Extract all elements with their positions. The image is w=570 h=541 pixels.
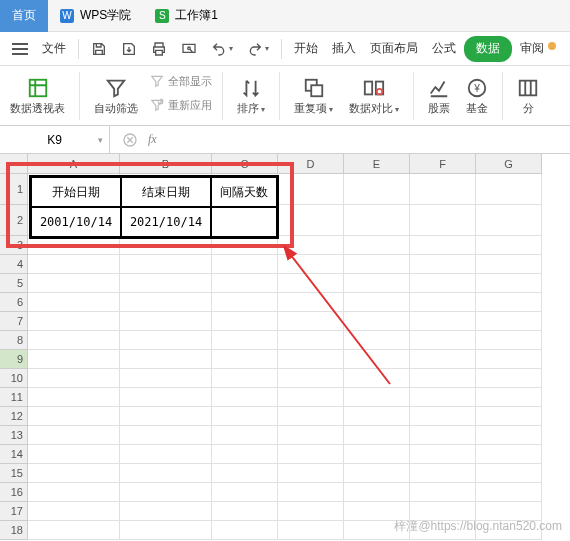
- cell[interactable]: [278, 426, 344, 445]
- ribbon-dedupe[interactable]: 重复项▾: [290, 70, 337, 122]
- cell[interactable]: [278, 274, 344, 293]
- cell[interactable]: [278, 521, 344, 540]
- cell[interactable]: [28, 483, 120, 502]
- tab-wps-academy[interactable]: W WPS学院: [48, 0, 143, 32]
- cell[interactable]: [212, 464, 278, 483]
- cell[interactable]: [410, 274, 476, 293]
- cell[interactable]: [212, 293, 278, 312]
- cell[interactable]: [410, 293, 476, 312]
- col-header-a[interactable]: A: [28, 154, 120, 174]
- cell[interactable]: [476, 369, 542, 388]
- cell[interactable]: [28, 407, 120, 426]
- row-header-15[interactable]: 15: [0, 464, 28, 483]
- ribbon-compare[interactable]: 数据对比▾: [345, 70, 403, 122]
- cell[interactable]: [278, 388, 344, 407]
- cell[interactable]: [28, 236, 120, 255]
- cell[interactable]: [410, 464, 476, 483]
- cell[interactable]: [410, 350, 476, 369]
- row-header-3[interactable]: 3: [0, 236, 28, 255]
- cell[interactable]: [344, 312, 410, 331]
- row-header-12[interactable]: 12: [0, 407, 28, 426]
- ribbon-split[interactable]: 分: [513, 70, 543, 122]
- row-header-4[interactable]: 4: [0, 255, 28, 274]
- cell[interactable]: [120, 483, 212, 502]
- cell[interactable]: [344, 205, 410, 236]
- cell[interactable]: [278, 205, 344, 236]
- cell[interactable]: [476, 388, 542, 407]
- cell[interactable]: [410, 407, 476, 426]
- menu-page-layout[interactable]: 页面布局: [364, 36, 424, 62]
- col-header-c[interactable]: C: [212, 154, 278, 174]
- menu-data[interactable]: 数据: [464, 36, 512, 62]
- cell[interactable]: [120, 407, 212, 426]
- cell[interactable]: [28, 274, 120, 293]
- cell[interactable]: [120, 502, 212, 521]
- cell[interactable]: [120, 236, 212, 255]
- ribbon-autofilter[interactable]: 自动筛选: [90, 70, 142, 122]
- cell[interactable]: [476, 407, 542, 426]
- cell-grid[interactable]: A B C D E F G 12345678910111213141516171…: [0, 154, 570, 540]
- tab-home[interactable]: 首页: [0, 0, 48, 32]
- cell[interactable]: [278, 483, 344, 502]
- cell[interactable]: [28, 255, 120, 274]
- cell[interactable]: [278, 174, 344, 205]
- cell[interactable]: [344, 445, 410, 464]
- menu-start[interactable]: 开始: [288, 36, 324, 62]
- col-header-e[interactable]: E: [344, 154, 410, 174]
- cell[interactable]: [212, 350, 278, 369]
- cell[interactable]: [344, 483, 410, 502]
- cell[interactable]: [344, 464, 410, 483]
- tab-workbook1[interactable]: S 工作簿1: [143, 0, 230, 32]
- cell[interactable]: [344, 369, 410, 388]
- cell[interactable]: [476, 426, 542, 445]
- cell[interactable]: [120, 445, 212, 464]
- cell[interactable]: [28, 331, 120, 350]
- cell[interactable]: [476, 331, 542, 350]
- cell[interactable]: [344, 293, 410, 312]
- cell[interactable]: [120, 388, 212, 407]
- cell[interactable]: [410, 255, 476, 274]
- cell[interactable]: [212, 407, 278, 426]
- print-button[interactable]: [145, 36, 173, 62]
- cell[interactable]: [410, 388, 476, 407]
- ribbon-pivot-table[interactable]: 数据透视表: [6, 70, 69, 122]
- cell[interactable]: [476, 464, 542, 483]
- row-header-1[interactable]: 1: [0, 174, 28, 205]
- undo-button[interactable]: ▾: [205, 36, 239, 62]
- cell[interactable]: [278, 350, 344, 369]
- cell[interactable]: [278, 369, 344, 388]
- cell[interactable]: [476, 236, 542, 255]
- cell[interactable]: [476, 312, 542, 331]
- cell[interactable]: [410, 426, 476, 445]
- row-header-14[interactable]: 14: [0, 445, 28, 464]
- cell[interactable]: [410, 205, 476, 236]
- cell[interactable]: [476, 174, 542, 205]
- cell[interactable]: [278, 293, 344, 312]
- cell[interactable]: [120, 174, 212, 205]
- cell[interactable]: [28, 369, 120, 388]
- cell[interactable]: [476, 274, 542, 293]
- name-box-input[interactable]: [20, 133, 90, 147]
- cell[interactable]: [28, 174, 120, 205]
- menu-review[interactable]: 审阅: [514, 36, 550, 62]
- cell[interactable]: [120, 331, 212, 350]
- row-header-7[interactable]: 7: [0, 312, 28, 331]
- cell[interactable]: [410, 174, 476, 205]
- cell[interactable]: [212, 521, 278, 540]
- save-button[interactable]: [85, 36, 113, 62]
- cell[interactable]: [212, 205, 278, 236]
- cell[interactable]: [28, 312, 120, 331]
- cell[interactable]: [344, 255, 410, 274]
- cell[interactable]: [278, 236, 344, 255]
- cell[interactable]: [476, 293, 542, 312]
- cell[interactable]: [344, 174, 410, 205]
- cell[interactable]: [476, 205, 542, 236]
- output-button[interactable]: [115, 36, 143, 62]
- cell[interactable]: [212, 445, 278, 464]
- ribbon-sort[interactable]: 排序▾: [233, 70, 269, 122]
- cell[interactable]: [344, 331, 410, 350]
- cell[interactable]: [344, 274, 410, 293]
- cell[interactable]: [28, 445, 120, 464]
- cell[interactable]: [410, 483, 476, 502]
- cell[interactable]: [120, 312, 212, 331]
